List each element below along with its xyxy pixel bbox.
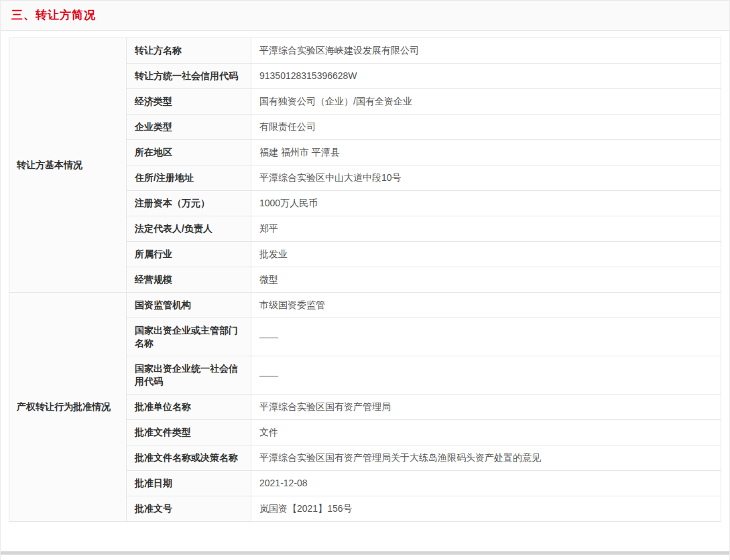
table-wrap: 转让方基本情况转让方名称平潭综合实验区海峡建设发展有限公司转让方统一社会信用代码… bbox=[9, 38, 721, 522]
field-label-cell: 批准文件类型 bbox=[127, 420, 251, 445]
page-title: 三、转让方简况 bbox=[11, 9, 96, 21]
table-row: 转让方基本情况转让方名称平潭综合实验区海峡建设发展有限公司 bbox=[9, 38, 721, 64]
field-label-cell: 批准单位名称 bbox=[127, 395, 251, 420]
field-value-cell: 平潭综合实验区国有资产管理局关于大练岛渔限码头资产处置的意见 bbox=[251, 445, 721, 471]
field-value-cell: 有限责任公司 bbox=[251, 115, 721, 140]
field-value-cell: 1000万人民币 bbox=[251, 191, 721, 216]
field-label-cell: 经营规模 bbox=[127, 267, 251, 293]
field-label-cell: 企业类型 bbox=[127, 115, 251, 140]
field-label-cell: 批准文号 bbox=[127, 496, 251, 522]
field-value-cell: 岚国资【2021】156号 bbox=[251, 496, 721, 522]
transferor-profile-page: 三、转让方简况 转让方基本情况转让方名称平潭综合实验区海峡建设发展有限公司转让方… bbox=[0, 0, 730, 560]
field-value-cell: —— bbox=[251, 318, 721, 356]
field-label-cell: 经济类型 bbox=[127, 89, 251, 115]
field-value-cell: 市级国资委监管 bbox=[251, 293, 721, 318]
table-section: 转让方基本情况转让方名称平潭综合实验区海峡建设发展有限公司转让方统一社会信用代码… bbox=[9, 38, 721, 293]
transferor-table: 转让方基本情况转让方名称平潭综合实验区海峡建设发展有限公司转让方统一社会信用代码… bbox=[9, 38, 721, 522]
field-label-cell: 住所/注册地址 bbox=[127, 165, 251, 191]
field-label-cell: 所在地区 bbox=[127, 140, 251, 165]
field-label-cell: 国资监管机构 bbox=[127, 293, 251, 318]
bottom-divider-bar bbox=[1, 551, 729, 555]
field-value-cell: 国有独资公司（企业）/国有全资企业 bbox=[251, 89, 721, 115]
field-label-cell: 批准日期 bbox=[127, 471, 251, 496]
field-label-cell: 转让方名称 bbox=[127, 38, 251, 64]
field-label-cell: 所属行业 bbox=[127, 242, 251, 267]
field-value-cell: 文件 bbox=[251, 420, 721, 445]
field-value-cell: 91350128315396628W bbox=[251, 64, 721, 89]
field-value-cell: 平潭综合实验区国有资产管理局 bbox=[251, 395, 721, 420]
field-label-cell: 国家出资企业统一社会信用代码 bbox=[127, 356, 251, 395]
field-label-cell: 转让方统一社会信用代码 bbox=[127, 64, 251, 89]
table-row: 产权转让行为批准情况国资监管机构市级国资委监管 bbox=[9, 293, 721, 318]
field-value-cell: 平潭综合实验区海峡建设发展有限公司 bbox=[251, 38, 721, 64]
table-section: 产权转让行为批准情况国资监管机构市级国资委监管国家出资企业或主管部门名称——国家… bbox=[9, 293, 721, 522]
field-label-cell: 批准文件名称或决策名称 bbox=[127, 445, 251, 471]
field-value-cell: 2021-12-08 bbox=[251, 471, 721, 496]
field-label-cell: 注册资本（万元） bbox=[127, 191, 251, 216]
field-value-cell: 郑平 bbox=[251, 216, 721, 242]
field-value-cell: 批发业 bbox=[251, 242, 721, 267]
field-value-cell: —— bbox=[251, 356, 721, 395]
field-value-cell: 福建 福州市 平潭县 bbox=[251, 140, 721, 165]
field-label-cell: 国家出资企业或主管部门名称 bbox=[127, 318, 251, 356]
group-header-cell: 转让方基本情况 bbox=[9, 38, 127, 293]
section-title-bar: 三、转让方简况 bbox=[1, 1, 729, 31]
group-header-cell: 产权转让行为批准情况 bbox=[9, 293, 127, 522]
field-value-cell: 微型 bbox=[251, 267, 721, 293]
field-label-cell: 法定代表人/负责人 bbox=[127, 216, 251, 242]
field-value-cell: 平潭综合实验区中山大道中段10号 bbox=[251, 165, 721, 191]
